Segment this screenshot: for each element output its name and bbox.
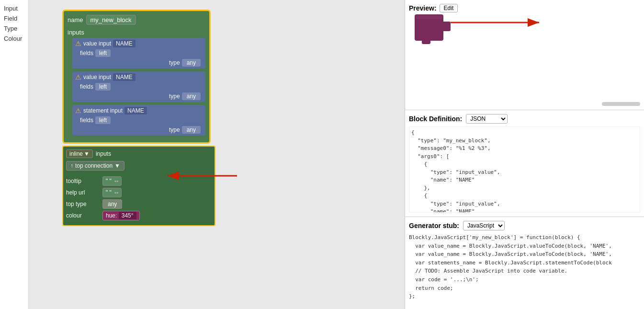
arrow-workspace [163, 169, 239, 183]
value-input-1: ⚠ value input NAME fields left type any [72, 38, 205, 69]
top-connection-label: top connection [75, 162, 113, 169]
statement-fields-label: fields [80, 117, 93, 124]
right-panel: Preview: Edit [405, 0, 644, 309]
tooltip-label: tooltip [66, 178, 100, 184]
statement-any-tag[interactable]: any [182, 126, 201, 134]
top-type-row: top type any [66, 199, 212, 209]
preview-header: Preview: Edit [409, 4, 640, 12]
statement-name-tag: NAME [124, 107, 147, 114]
generator-stub-section: Generator stub: JavaScript Python Lua Da… [405, 217, 644, 309]
help-url-button[interactable]: " " ▪▪ [102, 188, 122, 197]
statement-fields-row: fields left [80, 116, 203, 124]
block-definition-section: Block Definition: JSON JavaScript { "typ… [405, 110, 644, 217]
warning-icon-2: ⚠ [75, 73, 81, 81]
block-def-code[interactable]: { "type": "my_new_block", "message0": "%… [409, 126, 640, 213]
colour-row: colour hue: 345° [66, 211, 212, 220]
outer-block: name my_new_block inputs ⚠ value input N… [62, 10, 211, 144]
block-preview-icon [415, 14, 453, 48]
hue-label: hue: [106, 212, 117, 219]
hue-button[interactable]: hue: 345° [102, 211, 140, 220]
statement-type-lbl: type [169, 126, 180, 133]
preview-arrow-container [451, 17, 546, 30]
block-def-header: Block Definition: JSON JavaScript [409, 114, 640, 124]
name-tag-1: NAME [113, 40, 136, 47]
any-tag-2[interactable]: any [182, 92, 201, 100]
block-name-row: name my_new_block [68, 15, 205, 25]
inline-row: inline ▼ inputs [66, 149, 212, 158]
top-connection-button[interactable]: ↑ top connection ▼ [66, 161, 124, 171]
preview-section: Preview: Edit [405, 0, 644, 110]
workspace: name my_new_block inputs ⚠ value input N… [29, 0, 405, 309]
help-url-row: help url " " ▪▪ [66, 188, 212, 197]
help-url-label: help url [66, 189, 100, 196]
input-type-label-2: value input [83, 74, 111, 80]
fields-row-2: fields left [80, 83, 203, 91]
type-label-1: type [169, 59, 180, 66]
top-connection-dropdown-icon: ▼ [114, 162, 120, 169]
generator-lang-select[interactable]: JavaScript Python Lua Dart PHP [463, 221, 505, 230]
type-label-2: type [169, 93, 180, 100]
name-tag-2: NAME [113, 73, 136, 81]
fields-label-1: fields [80, 50, 93, 57]
quote-icon-1: " " [106, 178, 112, 184]
svg-rect-4 [422, 38, 430, 44]
hue-value: 345° [119, 212, 136, 219]
left-tag-1[interactable]: left [95, 49, 111, 57]
statement-input-row: ⚠ statement input NAME [75, 107, 203, 114]
type-row-1: type any [75, 59, 203, 67]
preview-title: Preview: [409, 4, 437, 12]
statement-left-tag[interactable]: left [95, 116, 111, 124]
block-def-title: Block Definition: [409, 115, 462, 123]
fields-row-1: fields left [80, 49, 203, 57]
top-type-label: top type [66, 201, 100, 207]
sidebar: Input Field Type Colour [0, 0, 29, 309]
quote-icon-2: " " [106, 189, 112, 196]
sidebar-item-colour[interactable]: Colour [4, 35, 24, 42]
fields-label-2: fields [80, 83, 93, 90]
generator-header: Generator stub: JavaScript Python Lua Da… [409, 221, 640, 230]
type-row-2: type any [75, 92, 203, 100]
block-name-tag[interactable]: my_new_block [86, 15, 136, 25]
statement-type-label: statement input [83, 107, 123, 114]
up-arrow-icon: ↑ [70, 162, 73, 169]
inputs-label: inputs [68, 29, 205, 36]
value-input-row-1: ⚠ value input NAME [75, 40, 203, 47]
inline-dropdown-icon: ▼ [84, 150, 90, 157]
svg-rect-5 [416, 15, 442, 19]
tooltip-button[interactable]: " " ▪▪ [102, 176, 122, 186]
inline-button[interactable]: inline ▼ [66, 149, 93, 158]
left-tag-2[interactable]: left [95, 83, 111, 91]
preview-edit-button[interactable]: Edit [440, 4, 458, 12]
warning-icon-3: ⚠ [75, 107, 81, 114]
block-editor: name my_new_block inputs ⚠ value input N… [62, 10, 215, 226]
inline-label: inline [69, 150, 83, 157]
sidebar-item-type[interactable]: Type [4, 25, 24, 32]
statement-input: ⚠ statement input NAME fields left type … [72, 105, 205, 136]
sidebar-item-input[interactable]: Input [4, 5, 24, 12]
generator-code: Blockly.JavaScript['my_new_block'] = fun… [409, 233, 640, 305]
value-input-row-2: ⚠ value input NAME [75, 73, 203, 81]
input-type-label-1: value input [83, 40, 111, 47]
name-label: name [68, 16, 83, 23]
sidebar-item-field[interactable]: Field [4, 15, 24, 22]
value-input-2: ⚠ value input NAME fields left type any [72, 71, 205, 102]
inputs-label-bottom: inputs [96, 150, 111, 157]
warning-icon-1: ⚠ [75, 40, 81, 47]
svg-rect-3 [441, 22, 451, 31]
block-def-format-select[interactable]: JSON JavaScript [466, 114, 508, 124]
any-tag-1[interactable]: any [182, 59, 201, 67]
top-type-button[interactable]: any [102, 199, 122, 209]
generator-title: Generator stub: [409, 222, 459, 229]
colour-label: colour [66, 212, 100, 219]
preview-scrollbar[interactable] [602, 102, 640, 106]
bottom-controls: inline ▼ inputs ↑ top connection ▼ toolt… [62, 146, 215, 226]
statement-type-row: type any [75, 126, 203, 134]
